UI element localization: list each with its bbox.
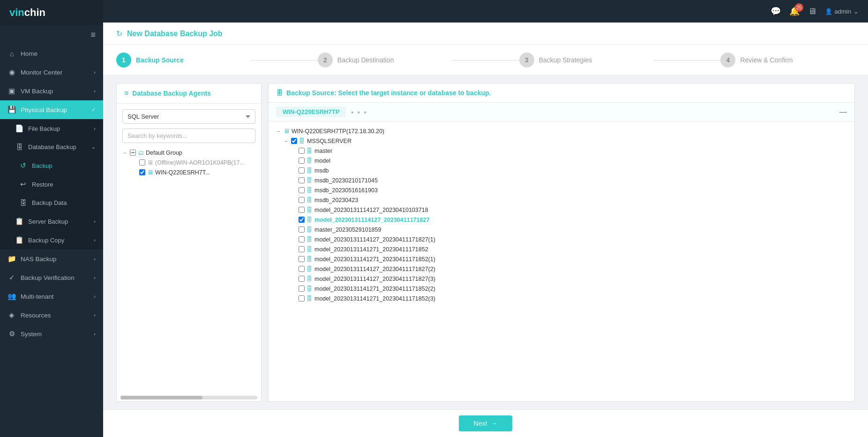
physical-backup-icon: 💾 <box>7 105 16 114</box>
database-row: 🗄model_20230131114127_20230411171827(3) <box>291 274 847 284</box>
sidebar-item-multi-tenant[interactable]: 👥 Multi-tenant › <box>0 287 103 306</box>
win-node-checkbox[interactable] <box>139 169 145 175</box>
database-checkbox[interactable] <box>299 148 305 154</box>
database-checkbox[interactable] <box>299 207 305 213</box>
database-checkbox[interactable] <box>299 158 305 164</box>
offline-node-checkbox[interactable] <box>139 159 145 166</box>
chevron-right-icon: › <box>94 312 96 318</box>
database-label: model <box>314 158 330 164</box>
database-row: 🗄model_20230131114127_20230411171827(2) <box>291 264 847 274</box>
expand-icon[interactable]: − <box>123 150 128 156</box>
step-1-label: Backup Source <box>136 56 184 64</box>
step-3-label: Backup Strategies <box>539 56 592 64</box>
sidebar-item-vm-backup[interactable]: ▣ VM Backup › <box>0 82 103 100</box>
main-area: 💬 🔔 25 🖥 👤 admin ⌄ ↻ New Database Backup… <box>103 0 868 437</box>
chevron-down-icon: ✓ <box>91 107 96 113</box>
notification-button[interactable]: 🔔 25 <box>789 6 800 16</box>
database-checkbox[interactable] <box>299 286 305 292</box>
sidebar-item-label: Physical Backup <box>21 106 67 113</box>
logo: vinchin <box>0 0 103 25</box>
next-button[interactable]: Next → <box>459 415 513 431</box>
agent-node-offline: 🖥 (Offline)WIN-AOR1O1K04PB(17... <box>132 158 255 167</box>
instance-label: MSSQLSERVER <box>307 138 352 144</box>
default-group-row: − 🗂 Default Group <box>122 148 255 158</box>
right-panel-body: − 🖥 WIN-Q220ESRH7TP(172.18.30.20) − 🗄 MS… <box>269 121 854 401</box>
database-checkbox[interactable] <box>299 236 305 242</box>
user-icon: 👤 <box>825 8 832 15</box>
sidebar-item-database-backup[interactable]: 🗄 Database Backup ⌄ <box>0 138 103 156</box>
sidebar-item-home[interactable]: ⌂ Home <box>0 45 103 63</box>
collapse-button[interactable]: — <box>839 108 847 116</box>
database-checkbox[interactable] <box>299 177 305 183</box>
database-checkbox[interactable] <box>299 276 305 282</box>
chevron-right-icon: › <box>94 88 96 94</box>
left-panel-title: Database Backup Agents <box>132 90 211 97</box>
sidebar-item-monitor-center[interactable]: ◉ Monitor Center › <box>0 63 103 82</box>
database-checkbox[interactable] <box>299 167 305 173</box>
backup-icon: ↺ <box>19 161 27 170</box>
vm-backup-icon: ▣ <box>7 87 16 95</box>
backup-data-icon: 🗄 <box>19 199 27 207</box>
user-menu[interactable]: 👤 admin ⌄ <box>825 8 859 15</box>
database-checkbox[interactable] <box>299 295 305 301</box>
expand-icon[interactable]: − <box>277 128 282 134</box>
sidebar-item-server-backup[interactable]: 📋 Server Backup › <box>0 212 103 231</box>
expand-icon[interactable]: − <box>284 138 289 144</box>
database-checkbox[interactable] <box>299 226 305 233</box>
group-label: Default Group <box>146 150 182 156</box>
hamburger-button[interactable]: ≡ <box>0 25 103 45</box>
sidebar-item-restore[interactable]: ↩ Restore <box>6 175 103 194</box>
database-row: 🗄msdb_20230423 <box>291 195 847 205</box>
database-label: model_20230131114127_20230411171827(3) <box>314 276 435 282</box>
backup-verification-icon: ✓ <box>7 273 16 282</box>
sidebar-item-backup-copy[interactable]: 📋 Backup Copy › <box>0 231 103 249</box>
search-input[interactable] <box>122 128 255 143</box>
content-area: ↻ New Database Backup Job 1 Backup Sourc… <box>103 23 868 437</box>
database-checkbox[interactable] <box>299 197 305 203</box>
chevron-right-icon: › <box>94 126 96 131</box>
notification-badge: 25 <box>795 3 803 12</box>
database-checkbox[interactable] <box>299 266 305 272</box>
sidebar-item-label: Backup <box>32 162 52 169</box>
default-group-checkbox[interactable] <box>130 150 136 156</box>
message-button[interactable]: 💬 <box>771 6 781 16</box>
database-row: 🗄msdb <box>291 166 847 175</box>
sidebar-item-label: Home <box>21 50 37 57</box>
database-icon: 🗄 <box>307 295 313 302</box>
server-backup-icon: 📋 <box>15 217 23 226</box>
sidebar-item-physical-backup[interactable]: 💾 Physical Backup ✓ <box>0 100 103 119</box>
database-label: model_20230131114127_20230410103718 <box>314 207 428 213</box>
database-label: master <box>314 148 332 154</box>
left-panel-body: SQL Server − 🗂 Default Group <box>117 104 261 394</box>
offline-node-label: (Offline)WIN-AOR1O1K04PB(17... <box>155 159 245 166</box>
sidebar-item-file-backup[interactable]: 📄 File Backup › <box>0 119 103 138</box>
database-row: 🗄model_20230131141271_20230411171852(2) <box>291 284 847 294</box>
database-label: model_20230131141271_20230411171852(1) <box>314 256 435 263</box>
sidebar-item-backup-verification[interactable]: ✓ Backup Verification › <box>0 268 103 287</box>
database-row: 🗄msdb_20230516161903 <box>291 185 847 195</box>
sidebar-item-resources[interactable]: ◈ Resources › <box>0 306 103 324</box>
sidebar-item-system[interactable]: ⚙ System › <box>0 324 103 343</box>
monitor-icon: 🖥 <box>808 7 816 16</box>
win-node-label: WIN-Q220ESRH7T... <box>155 169 210 176</box>
right-panel: 🗄 Backup Source: Select the target insta… <box>268 83 855 402</box>
server-ip-masked: ● ● ● <box>351 109 367 115</box>
tree-children: 🖥 (Offline)WIN-AOR1O1K04PB(17... 🖥 WIN-Q… <box>132 158 255 177</box>
step-3: 3 Backup Strategies <box>519 53 654 68</box>
step-divider-1 <box>251 60 318 60</box>
monitor-button[interactable]: 🖥 <box>808 7 816 16</box>
db-type-select[interactable]: SQL Server <box>122 109 255 124</box>
instance-checkbox[interactable] <box>291 138 297 144</box>
database-checkbox[interactable] <box>299 187 305 193</box>
server-name: WIN-Q220ESRH7TP <box>276 106 346 117</box>
database-label: model_20230131141271_20230411171852 <box>314 246 428 253</box>
sidebar-item-nas-backup[interactable]: 📁 NAS Backup › <box>0 249 103 268</box>
sidebar-item-backup-data[interactable]: 🗄 Backup Data <box>6 194 103 212</box>
database-checkbox[interactable] <box>299 246 305 252</box>
database-checkbox[interactable] <box>299 217 305 223</box>
database-row: 🗄model_20230131114127_20230411171827(1) <box>291 234 847 244</box>
database-icon: 🗄 <box>307 196 313 203</box>
database-checkbox[interactable] <box>299 256 305 262</box>
sidebar-item-backup[interactable]: ↺ Backup <box>6 156 103 175</box>
logo-text: vinchin <box>9 7 45 19</box>
